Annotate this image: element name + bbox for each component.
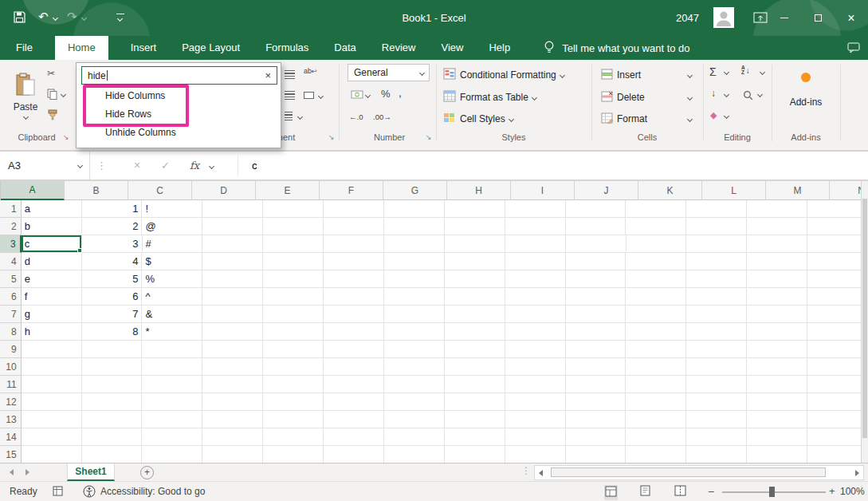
copy-chevron-icon[interactable] xyxy=(61,92,66,97)
row-header-1[interactable]: 1 xyxy=(0,200,22,218)
cell-N8[interactable] xyxy=(807,323,868,341)
cell-J1[interactable] xyxy=(566,200,626,218)
cell-F8[interactable] xyxy=(324,323,384,341)
cell-N6[interactable] xyxy=(807,288,868,306)
decrease-decimal-icon[interactable]: .00→ xyxy=(373,112,391,121)
cell-L6[interactable] xyxy=(686,288,747,306)
cell-H15[interactable] xyxy=(445,446,505,463)
cell-C15[interactable] xyxy=(142,446,202,463)
row-header-5[interactable]: 5 xyxy=(0,270,22,288)
cell-B11[interactable] xyxy=(82,376,143,393)
cell-F6[interactable] xyxy=(324,288,384,306)
sheet-tab-sheet1[interactable]: Sheet1 xyxy=(67,464,115,481)
cell-M13[interactable] xyxy=(747,411,807,428)
cell-G10[interactable] xyxy=(384,358,445,376)
cell-B3[interactable]: 3 xyxy=(82,235,143,253)
cell-J10[interactable] xyxy=(566,358,626,376)
cell-J5[interactable] xyxy=(566,270,626,288)
cell-F15[interactable] xyxy=(324,446,384,463)
cell-C12[interactable] xyxy=(142,393,202,411)
add-sheet-button[interactable]: + xyxy=(140,466,154,479)
cell-C5[interactable]: % xyxy=(142,270,202,288)
cell-E10[interactable] xyxy=(263,358,324,376)
enter-icon[interactable]: ✓ xyxy=(161,152,170,179)
cell-A12[interactable] xyxy=(22,393,82,411)
cell-I12[interactable] xyxy=(505,393,566,411)
cell-E7[interactable] xyxy=(263,306,324,323)
cell-N12[interactable] xyxy=(807,393,868,411)
menu-item-hide-rows[interactable]: Hide Rows xyxy=(77,105,281,124)
cell-H1[interactable] xyxy=(445,200,505,218)
cell-K12[interactable] xyxy=(626,393,686,411)
format-as-table-button[interactable]: Format as Table xyxy=(443,89,536,105)
cell-E6[interactable] xyxy=(263,288,324,306)
maximize-button[interactable] xyxy=(801,0,835,36)
autosum-chevron-icon[interactable] xyxy=(724,69,729,75)
cell-I10[interactable] xyxy=(505,358,566,376)
cell-F13[interactable] xyxy=(324,411,384,428)
cell-K2[interactable] xyxy=(626,218,686,235)
cell-K1[interactable] xyxy=(626,200,686,218)
cell-M1[interactable] xyxy=(747,200,807,218)
cell-M6[interactable] xyxy=(747,288,807,306)
cell-D11[interactable] xyxy=(202,376,263,393)
cell-N5[interactable] xyxy=(807,270,868,288)
row-header-4[interactable]: 4 xyxy=(0,253,22,270)
cell-K14[interactable] xyxy=(626,428,686,446)
sort-filter-chevron-icon[interactable] xyxy=(760,69,765,75)
cell-B1[interactable]: 1 xyxy=(82,200,143,218)
cell-L3[interactable] xyxy=(686,235,747,253)
cell-A15[interactable] xyxy=(22,446,82,463)
cell-G4[interactable] xyxy=(384,253,445,270)
cell-L11[interactable] xyxy=(686,376,747,393)
tab-page-layout[interactable]: Page Layout xyxy=(169,36,253,60)
delete-button[interactable]: Delete xyxy=(601,89,692,105)
accessibility-status[interactable]: Accessibility: Good to go xyxy=(100,482,205,501)
cell-L14[interactable] xyxy=(686,428,747,446)
clear-chevron-icon[interactable] xyxy=(724,113,729,119)
number-format-select[interactable]: General xyxy=(348,64,430,81)
cell-D14[interactable] xyxy=(202,428,263,446)
cell-styles-button[interactable]: Cell Styles xyxy=(443,111,513,127)
cell-H5[interactable] xyxy=(445,270,505,288)
cell-E2[interactable] xyxy=(263,218,324,235)
cell-B7[interactable]: 7 xyxy=(82,306,143,323)
conditional-formatting-button[interactable]: Conditional Formatting xyxy=(443,67,564,83)
cell-L1[interactable] xyxy=(686,200,747,218)
cell-K7[interactable] xyxy=(626,306,686,323)
number-dialog-launcher[interactable]: ↘ xyxy=(426,133,432,141)
cell-E8[interactable] xyxy=(263,323,324,341)
zoom-out-button[interactable]: − xyxy=(708,482,714,501)
row-header-7[interactable]: 7 xyxy=(0,306,22,323)
align-text-icon[interactable] xyxy=(285,70,295,79)
column-header-C[interactable]: C xyxy=(128,181,192,200)
cell-N3[interactable] xyxy=(807,235,868,253)
cell-C10[interactable] xyxy=(142,358,202,376)
cell-G2[interactable] xyxy=(384,218,445,235)
sort-filter-icon[interactable]: AZ ↓ xyxy=(741,65,750,75)
cell-M15[interactable] xyxy=(747,446,807,463)
avatar[interactable] xyxy=(713,7,734,28)
select-all-button[interactable] xyxy=(0,181,1,200)
cell-E12[interactable] xyxy=(263,393,324,411)
cell-F1[interactable] xyxy=(324,200,384,218)
cell-C14[interactable] xyxy=(142,428,202,446)
cell-G14[interactable] xyxy=(384,428,445,446)
cell-D6[interactable] xyxy=(202,288,263,306)
cell-L15[interactable] xyxy=(686,446,747,463)
indent-chevron-icon[interactable] xyxy=(297,114,303,120)
comments-icon[interactable] xyxy=(847,42,860,56)
cell-M2[interactable] xyxy=(747,218,807,235)
hscroll-right-icon[interactable] xyxy=(855,470,859,476)
cell-N2[interactable] xyxy=(807,218,868,235)
cell-D4[interactable] xyxy=(202,253,263,270)
cell-J11[interactable] xyxy=(566,376,626,393)
row-header-14[interactable]: 14 xyxy=(0,428,22,446)
cell-G9[interactable] xyxy=(384,341,445,358)
find-select-chevron-icon[interactable] xyxy=(757,92,763,97)
cell-D9[interactable] xyxy=(202,341,263,358)
column-header-D[interactable]: D xyxy=(192,181,256,200)
cell-I8[interactable] xyxy=(505,323,566,341)
cell-N11[interactable] xyxy=(807,376,868,393)
cell-H6[interactable] xyxy=(445,288,505,306)
